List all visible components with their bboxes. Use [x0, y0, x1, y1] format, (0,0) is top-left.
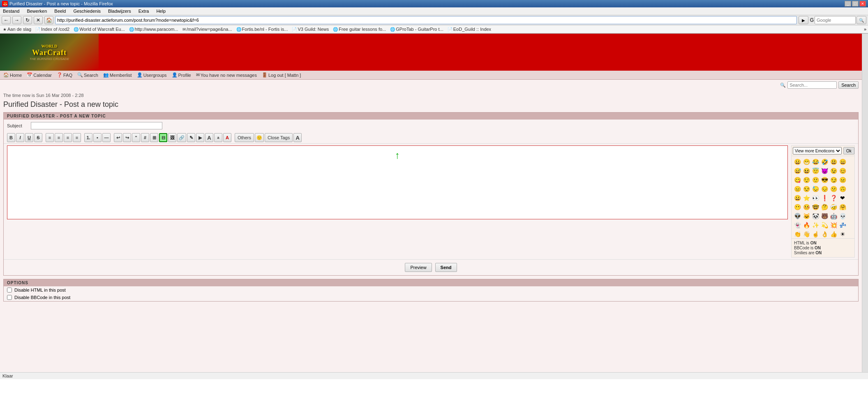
emot-skull[interactable]: 💀 — [838, 212, 847, 220]
emot-cat[interactable]: 🐱 — [802, 212, 810, 220]
font-size-big-button[interactable]: A — [205, 133, 213, 142]
emot-ghost[interactable]: 👻 — [793, 221, 801, 229]
minimize-button[interactable]: _ — [845, 1, 851, 7]
bookmark-eod[interactable]: 📄 EoD_Guild :: Index — [446, 26, 492, 32]
emot-wink[interactable]: 😄 — [838, 158, 847, 166]
refresh-button[interactable]: ↻ — [23, 16, 32, 24]
emot-bear[interactable]: 🐻 — [820, 212, 829, 220]
emot-boom[interactable]: 💥 — [829, 221, 838, 229]
bookmark-cod2[interactable]: 📄 Index of /cod2 — [34, 26, 71, 32]
emot-angel[interactable]: 😇 — [811, 167, 820, 175]
hr-button[interactable]: — — [102, 133, 111, 142]
forward-button[interactable]: → — [12, 16, 21, 24]
bold-button[interactable]: B — [7, 133, 15, 142]
image-button[interactable]: 🖼 — [168, 133, 176, 142]
emoticons-dropdown[interactable]: View more Emoticons — [793, 147, 842, 154]
color-button[interactable]: A — [223, 133, 231, 142]
active-button[interactable]: ⊟ — [159, 133, 167, 142]
underline-button[interactable]: U — [25, 133, 33, 142]
menu-beeld[interactable]: Beeld — [53, 8, 67, 14]
browser-search-button[interactable]: 🔍 — [856, 16, 866, 24]
emot-yellow[interactable]: 😀 — [793, 194, 801, 202]
emot-rofl[interactable]: 🤣 — [820, 158, 829, 166]
smiley-button[interactable]: 🙂 — [255, 133, 264, 142]
menu-help[interactable]: Help — [155, 8, 167, 14]
stop-button[interactable]: ✕ — [34, 16, 43, 24]
others-button[interactable]: Others — [235, 133, 254, 142]
emot-smile[interactable]: 😁 — [802, 158, 810, 166]
font-button[interactable]: A — [293, 133, 302, 142]
bookmark-aan-de-slag[interactable]: ★ Aan de slag — [2, 26, 32, 32]
nav-usergroups[interactable]: 👤 Usergroups — [137, 72, 167, 78]
emot-confused[interactable]: 😕 — [829, 185, 838, 193]
preview-button[interactable]: Preview — [405, 263, 432, 272]
emot-sunglasses[interactable]: 😎 — [820, 176, 829, 184]
unordered-list-button[interactable]: • — [93, 133, 102, 142]
emot-alien[interactable]: 👽 — [793, 212, 801, 220]
code-button[interactable]: # — [141, 133, 149, 142]
emot-fire[interactable]: 🔥 — [802, 221, 810, 229]
home-button[interactable]: 🏠 — [44, 16, 53, 24]
align-center-button[interactable]: ≡ — [55, 133, 63, 142]
media-button[interactable]: ▶ — [196, 133, 204, 142]
emot-sparkles[interactable]: ✨ — [811, 221, 820, 229]
emot-zzz[interactable]: 💤 — [838, 221, 847, 229]
emot-robot[interactable]: 🤖 — [829, 212, 838, 220]
nav-search[interactable]: 🔍 Search — [77, 72, 98, 78]
emot-slightly-smile[interactable]: 🙂 — [811, 176, 820, 184]
emot-devil[interactable]: 😈 — [820, 167, 829, 175]
subject-input[interactable] — [31, 122, 162, 129]
emot-meh[interactable]: 😶 — [793, 203, 801, 211]
emot-dizzy[interactable]: 💫 — [820, 221, 829, 229]
emot-ok-hand[interactable]: 👌 — [820, 230, 829, 238]
align-right-button[interactable]: ≡ — [64, 133, 72, 142]
ordered-list-button[interactable]: 1. — [84, 133, 92, 142]
align-left-button[interactable]: ≡ — [46, 133, 54, 142]
edit-button[interactable]: ✎ — [187, 133, 195, 142]
emot-point-up[interactable]: ☝ — [811, 230, 820, 238]
more-bookmarks[interactable]: » — [864, 27, 866, 32]
emot-clap[interactable]: 👏 — [793, 230, 801, 238]
nav-profile[interactable]: 👤 Profile — [172, 72, 191, 78]
undo-button[interactable]: ↩ — [114, 133, 122, 142]
emot-thinking[interactable]: 🤔 — [820, 203, 829, 211]
browser-search-input[interactable] — [815, 16, 856, 24]
send-button[interactable]: Send — [435, 263, 457, 272]
emot-expressionless[interactable]: 😑 — [793, 185, 801, 193]
url-bar[interactable] — [55, 16, 797, 24]
nav-faq[interactable]: ❓ FAQ — [57, 72, 72, 78]
emot-sun[interactable]: ☀ — [838, 230, 847, 238]
emot-cool[interactable]: 😃 — [829, 158, 838, 166]
justify-button[interactable]: ≡ — [73, 133, 81, 142]
emot-relieved[interactable]: 😌 — [802, 176, 810, 184]
right-scrollbar[interactable] — [862, 34, 868, 372]
go-button[interactable]: ▶ — [799, 16, 808, 24]
emot-smirk[interactable]: 😏 — [829, 176, 838, 184]
emoticons-ok-button[interactable]: Ok — [843, 147, 854, 154]
emot-surprised[interactable]: 😆 — [802, 167, 810, 175]
emot-exclaim[interactable]: ❗ — [820, 194, 829, 202]
bookmark-fortis[interactable]: 🌐 Fortis.be/nl - Fortis is... — [235, 26, 289, 32]
emot-hugging[interactable]: 🤗 — [838, 203, 847, 211]
quote-button[interactable]: " — [132, 133, 140, 142]
table-button[interactable]: ⊞ — [150, 133, 158, 142]
disable-bbcode-checkbox[interactable] — [7, 295, 12, 300]
italic-button[interactable]: I — [16, 133, 24, 142]
emot-neutral[interactable]: 😐 — [838, 176, 847, 184]
emot-sick[interactable]: 🤒 — [802, 203, 810, 211]
font-size-small-button[interactable]: a — [214, 133, 222, 142]
disable-html-checkbox[interactable] — [7, 288, 12, 292]
emot-panda[interactable]: 🐼 — [811, 212, 820, 220]
emot-wave[interactable]: 👋 — [802, 230, 810, 238]
strikethrough-button[interactable]: S — [34, 133, 42, 142]
bookmark-mail[interactable]: ✉ /mail?view=page&na... — [181, 26, 233, 32]
emot-grin[interactable]: 😀 — [793, 158, 801, 166]
bookmark-v3guild[interactable]: 📄 V3 Guild: News — [291, 26, 330, 32]
emot-eyes[interactable]: 👀 — [811, 194, 820, 202]
close-tags-button[interactable]: Close Tags — [265, 133, 293, 142]
emot-thumbsup[interactable]: 👍 — [829, 230, 838, 238]
emot-sweat[interactable]: 😓 — [811, 185, 820, 193]
maximize-button[interactable]: □ — [852, 1, 859, 7]
emot-hurt[interactable]: 🤕 — [829, 203, 838, 211]
close-button[interactable]: ✕ — [859, 1, 866, 7]
